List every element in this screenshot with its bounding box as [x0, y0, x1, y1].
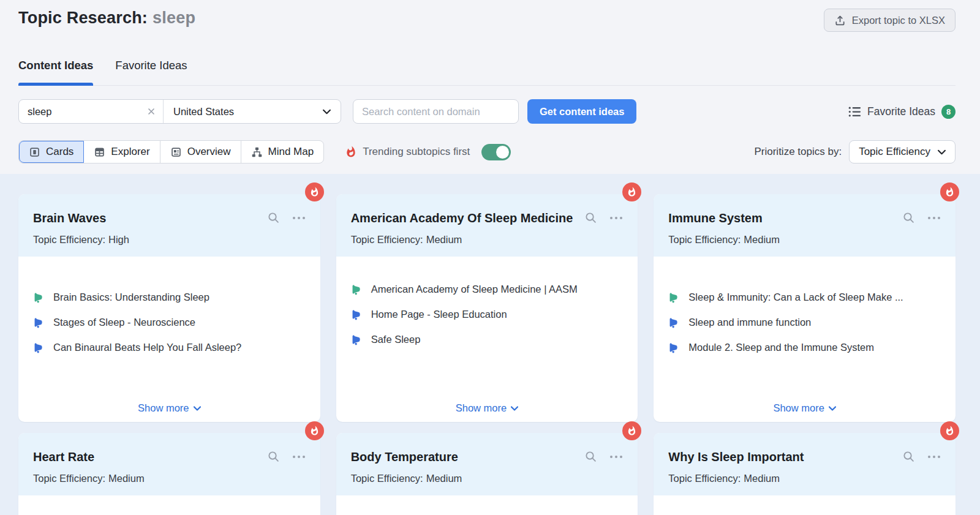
view-explorer-button[interactable]: Explorer: [84, 141, 160, 163]
tab-favorite-ideas[interactable]: Favorite Ideas: [115, 59, 187, 85]
megaphone-icon: [351, 284, 363, 295]
show-more-link[interactable]: Show more: [773, 402, 835, 414]
topic-efficiency-value: Medium: [426, 473, 462, 484]
overview-view-icon: [170, 146, 182, 158]
view-cards-button[interactable]: Cards: [19, 141, 84, 163]
more-options-icon[interactable]: [609, 216, 623, 220]
more-options-icon[interactable]: [292, 216, 306, 220]
view-overview-button[interactable]: Overview: [160, 141, 241, 163]
trending-badge-icon: [305, 182, 324, 201]
trending-subtopics-label: Trending subtopics first: [363, 146, 470, 158]
search-icon[interactable]: [902, 450, 915, 463]
headline-item[interactable]: Sleep and immune function: [668, 315, 941, 329]
topic-card-heart-rate: Heart Rate Topic Efficiency:Medium: [18, 433, 320, 515]
prioritize-select[interactable]: Topic Efficiency: [849, 140, 956, 164]
card-title: Heart Rate: [33, 448, 267, 466]
favorite-ideas-counter[interactable]: Favorite Ideas 8: [848, 105, 956, 119]
topic-efficiency-label: Topic Efficiency:: [668, 234, 741, 245]
domain-search-input[interactable]: [353, 99, 519, 124]
topic-efficiency: Topic Efficiency:Medium: [351, 473, 624, 484]
headline-item[interactable]: Brain Basics: Understanding Sleep: [33, 290, 306, 304]
card-title: Brain Waves: [33, 209, 267, 227]
card-title: Body Temperature: [351, 448, 585, 466]
topic-efficiency-value: High: [108, 234, 129, 245]
show-more-label: Show more: [773, 402, 824, 414]
toolbar-row: Cards Explorer Ove: [18, 140, 956, 164]
trending-toggle[interactable]: [481, 144, 511, 160]
topic-efficiency-label: Topic Efficiency:: [351, 234, 423, 245]
search-icon[interactable]: [902, 211, 915, 224]
list-icon: [848, 106, 861, 118]
headline-item[interactable]: Sleep & Immunity: Can a Lack of Sleep Ma…: [668, 290, 941, 304]
megaphone-icon: [33, 291, 45, 303]
topic-query-input[interactable]: [28, 106, 147, 118]
chevron-down-icon: [323, 109, 331, 115]
topic-efficiency-label: Topic Efficiency:: [33, 473, 105, 484]
show-more-label: Show more: [456, 402, 507, 414]
more-options-icon[interactable]: [927, 216, 941, 220]
mind-map-view-icon: [251, 146, 263, 158]
headline-item[interactable]: Safe Sleep: [351, 333, 624, 347]
page-title-label: Topic Research:: [18, 9, 148, 27]
show-more-link[interactable]: Show more: [138, 402, 200, 414]
headline-text: Stages of Sleep - Neuroscience: [53, 315, 195, 329]
more-options-icon[interactable]: [609, 455, 623, 459]
headline-item[interactable]: Module 2. Sleep and the Immune System: [668, 340, 941, 355]
topic-efficiency: Topic Efficiency:Medium: [668, 234, 941, 246]
topic-efficiency-label: Topic Efficiency:: [33, 234, 105, 245]
view-explorer-label: Explorer: [111, 146, 149, 158]
get-content-ideas-button[interactable]: Get content ideas: [527, 99, 636, 124]
megaphone-icon: [668, 342, 680, 353]
headline-item[interactable]: Can Binaural Beats Help You Fall Asleep?: [33, 340, 306, 355]
show-more-link[interactable]: Show more: [456, 402, 518, 414]
trending-badge-icon: [622, 421, 641, 440]
trending-subtopics-control: Trending subtopics first: [345, 144, 511, 160]
region-select[interactable]: United States: [164, 100, 341, 123]
headline-text: Safe Sleep: [371, 333, 421, 347]
export-topic-button[interactable]: Export topic to XLSX: [824, 9, 956, 32]
megaphone-icon: [33, 342, 45, 353]
search-icon[interactable]: [584, 211, 597, 224]
topic-efficiency: Topic Efficiency:Medium: [668, 473, 941, 484]
headline-text: Module 2. Sleep and the Immune System: [688, 340, 874, 355]
topic-query-group: United States: [18, 99, 341, 124]
view-mind-map-button[interactable]: Mind Map: [241, 141, 324, 163]
megaphone-icon: [33, 317, 45, 328]
megaphone-icon: [668, 317, 680, 328]
topic-efficiency: Topic Efficiency:Medium: [351, 234, 624, 246]
more-options-icon[interactable]: [292, 455, 306, 459]
headline-text: Sleep and immune function: [688, 315, 811, 329]
headline-text: Home Page - Sleep Education: [371, 307, 507, 321]
chevron-down-icon: [194, 406, 201, 411]
search-icon[interactable]: [267, 211, 280, 224]
search-icon[interactable]: [584, 450, 597, 463]
headline-item[interactable]: American Academy of Sleep Medicine | AAS…: [351, 282, 624, 296]
upload-icon: [834, 15, 846, 26]
export-topic-label: Export topic to XLSX: [852, 15, 945, 26]
trending-badge-icon: [305, 421, 324, 440]
headline-item[interactable]: Home Page - Sleep Education: [351, 307, 624, 321]
topic-efficiency-value: Medium: [744, 473, 780, 484]
page-title: Topic Research:sleep: [18, 9, 195, 28]
view-overview-label: Overview: [187, 146, 231, 158]
megaphone-icon: [351, 334, 363, 345]
card-title: American Academy Of Sleep Medicine: [351, 209, 585, 227]
megaphone-icon: [668, 291, 680, 303]
favorite-ideas-count-badge: 8: [941, 105, 956, 119]
filter-row: United States Get content ideas Favorite…: [18, 99, 956, 124]
more-options-icon[interactable]: [927, 455, 941, 459]
favorite-ideas-label: Favorite Ideas: [867, 105, 935, 118]
close-icon[interactable]: [147, 107, 156, 116]
prioritize-control: Prioritize topics by: Topic Efficiency: [754, 140, 956, 164]
topic-card-immune-system: Immune System Topic Efficiency:Medium: [654, 194, 956, 422]
headline-text: Brain Basics: Understanding Sleep: [53, 290, 209, 304]
chevron-down-icon: [511, 406, 518, 411]
headline-text: American Academy of Sleep Medicine | AAS…: [371, 282, 578, 296]
trending-badge-icon: [940, 421, 959, 440]
view-mind-map-label: Mind Map: [268, 146, 314, 158]
search-icon[interactable]: [267, 450, 280, 463]
headline-item[interactable]: Stages of Sleep - Neuroscience: [33, 315, 306, 329]
explorer-view-icon: [94, 146, 105, 158]
tab-content-ideas[interactable]: Content Ideas: [18, 59, 93, 85]
trending-badge-icon: [940, 182, 959, 201]
